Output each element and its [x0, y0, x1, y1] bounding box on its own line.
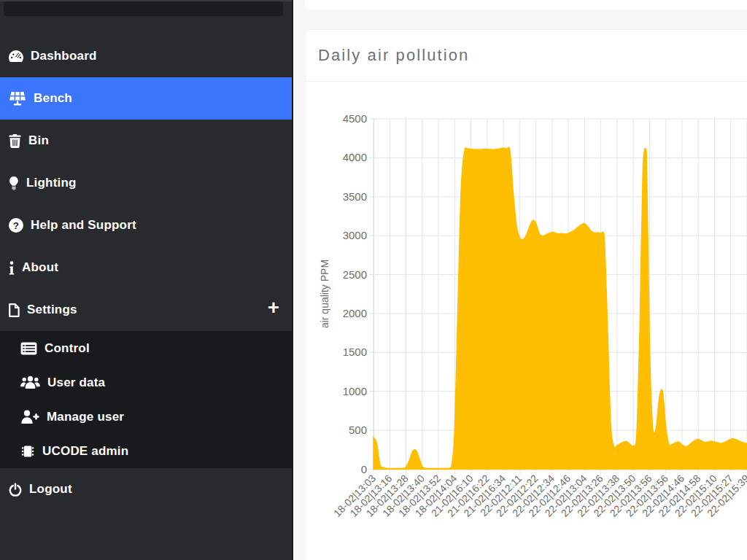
sidebar-item-label: Help and Support — [31, 218, 136, 233]
y-axis-title: air quality PPM — [319, 260, 330, 328]
sidebar-item-label: About — [22, 260, 58, 275]
y-tick-label: 0 — [361, 463, 367, 475]
lightbulb-icon — [9, 176, 19, 190]
submenu-item-user-data[interactable]: User data — [0, 365, 292, 400]
y-tick-label: 2500 — [343, 268, 367, 281]
info-icon — [9, 261, 15, 275]
trash-icon — [9, 134, 21, 148]
submenu-item-manage-user[interactable]: Manage user — [0, 400, 292, 434]
y-tick-label: 3000 — [343, 229, 367, 241]
settings-submenu: ControlUser dataManage userUCODE admin — [0, 331, 292, 468]
sidebar-item-about[interactable]: About — [0, 246, 292, 289]
sidebar-item-logout[interactable]: Logout — [0, 468, 292, 510]
chart-card-header: Daily air pollution — [306, 30, 747, 82]
user-plus-icon — [20, 410, 39, 424]
microchip-icon — [20, 444, 35, 459]
solar-panel-icon — [9, 91, 26, 106]
sidebar-item-label: Bench — [34, 91, 72, 106]
y-tick-label: 500 — [349, 424, 367, 436]
top-card-strip — [305, 0, 747, 9]
submenu-item-ucode-admin[interactable]: UCODE admin — [0, 434, 292, 468]
sidebar-item-label: Bin — [28, 133, 49, 148]
y-tick-label: 3500 — [343, 190, 367, 203]
sidebar-item-settings[interactable]: Settings+ — [0, 289, 292, 331]
sidebar-item-bin[interactable]: Bin — [0, 120, 292, 162]
file-icon — [9, 303, 20, 317]
submenu-item-label: Control — [44, 341, 90, 356]
sidebar: DashboardBenchBinLighting?Help and Suppo… — [0, 0, 293, 560]
sidebar-item-bench[interactable]: Bench — [0, 77, 292, 120]
submenu-item-label: Manage user — [47, 410, 124, 424]
submenu-item-label: User data — [47, 376, 105, 390]
chart-card: Daily air pollution 05001000150020002500… — [306, 30, 747, 560]
sidebar-item-lighting[interactable]: Lighting — [0, 162, 292, 204]
brand-area — [4, 1, 283, 16]
chart-card-title: Daily air pollution — [318, 46, 469, 65]
plus-icon[interactable]: + — [268, 298, 279, 317]
power-icon — [9, 483, 22, 497]
sidebar-item-help-and-support[interactable]: ?Help and Support — [0, 204, 292, 246]
sidebar-item-label: Logout — [29, 482, 72, 497]
submenu-item-control[interactable]: Control — [0, 331, 292, 365]
y-tick-label: 1000 — [343, 385, 367, 397]
sidebar-item-label: Lighting — [26, 176, 77, 190]
sidebar-item-label: Dashboard — [31, 49, 97, 63]
submenu-item-label: UCODE admin — [42, 444, 128, 459]
sidebar-nav: DashboardBenchBinLighting?Help and Suppo… — [0, 35, 292, 510]
svg-text:?: ? — [13, 220, 19, 231]
area-series — [374, 147, 747, 469]
y-tick-label: 4500 — [343, 112, 367, 125]
y-tick-label: 4000 — [343, 151, 367, 163]
list-panel-icon — [20, 342, 37, 355]
question-circle-icon: ? — [9, 218, 23, 233]
content-area: Daily air pollution 05001000150020002500… — [294, 0, 747, 560]
users-icon — [20, 376, 40, 389]
y-tick-label: 1500 — [343, 346, 367, 358]
air-pollution-chart: 05001000150020002500300035004000450018-0… — [306, 82, 747, 560]
gauge-icon — [9, 50, 23, 63]
sidebar-item-dashboard[interactable]: Dashboard — [0, 35, 292, 77]
y-tick-label: 2000 — [343, 307, 367, 319]
sidebar-item-label: Settings — [27, 303, 77, 317]
